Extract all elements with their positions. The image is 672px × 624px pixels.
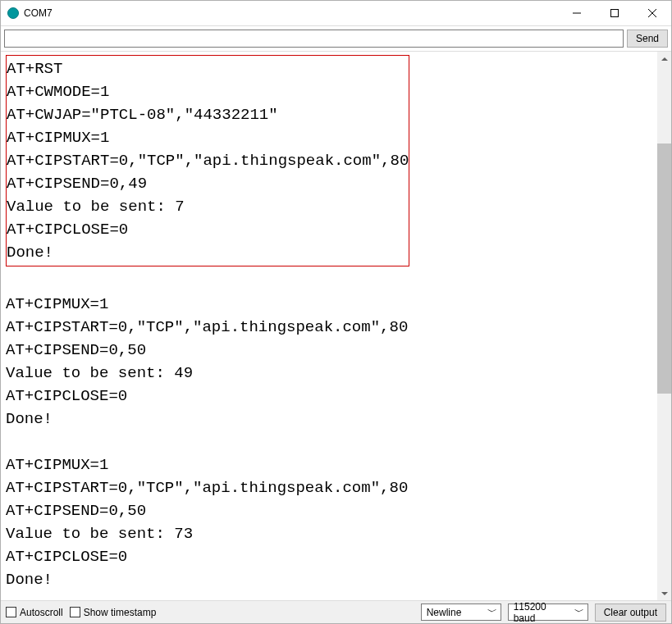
timestamp-checkbox[interactable]: Show timestamp (70, 607, 157, 618)
titlebar: COM7 (1, 1, 671, 25)
chevron-down-icon: ﹀ (486, 605, 499, 619)
autoscroll-checkbox[interactable]: Autoscroll (6, 607, 63, 618)
send-button[interactable]: Send (627, 30, 668, 48)
minimize-button[interactable] (558, 1, 596, 25)
baud-rate-select[interactable]: 115200 baud ﹀ (508, 604, 588, 621)
highlight-box: AT+RST AT+CWMODE=1 AT+CWJAP="PTCL-08","4… (6, 55, 409, 266)
scroll-thumb[interactable] (657, 143, 671, 394)
line-ending-value: Newline (423, 607, 465, 618)
console-output[interactable]: AT+RST AT+CWMODE=1 AT+CWJAP="PTCL-08","4… (1, 52, 657, 600)
maximize-button[interactable] (596, 1, 633, 25)
timestamp-label: Show timestamp (84, 607, 157, 618)
scroll-down-button[interactable] (657, 586, 671, 600)
console-rest: AT+CIPMUX=1 AT+CIPSTART=0,"TCP","api.thi… (6, 295, 408, 589)
checkbox-icon (6, 607, 16, 617)
bottom-toolbar: Autoscroll Show timestamp Newline ﹀ 1152… (1, 600, 671, 623)
checkbox-icon (70, 607, 80, 617)
clear-output-button[interactable]: Clear output (595, 604, 666, 622)
arduino-icon (7, 7, 19, 19)
console-area: AT+RST AT+CWMODE=1 AT+CWJAP="PTCL-08","4… (1, 52, 671, 600)
window-title: COM7 (24, 7, 558, 19)
vertical-scrollbar[interactable] (657, 52, 671, 600)
baud-rate-value: 115200 baud (510, 601, 573, 624)
line-ending-select[interactable]: Newline ﹀ (421, 604, 501, 621)
autoscroll-label: Autoscroll (20, 607, 63, 618)
send-row: Send (1, 25, 671, 52)
close-button[interactable] (633, 1, 671, 25)
serial-monitor-window: COM7 Send AT+RST AT+CWMODE=1 AT+CWJAP="P… (0, 0, 672, 624)
scroll-up-button[interactable] (657, 52, 671, 66)
send-input[interactable] (4, 30, 624, 48)
console-block1: AT+RST AT+CWMODE=1 AT+CWJAP="PTCL-08","4… (7, 60, 409, 262)
scroll-track[interactable] (657, 66, 671, 586)
chevron-down-icon: ﹀ (573, 605, 586, 619)
svg-rect-1 (611, 10, 619, 17)
